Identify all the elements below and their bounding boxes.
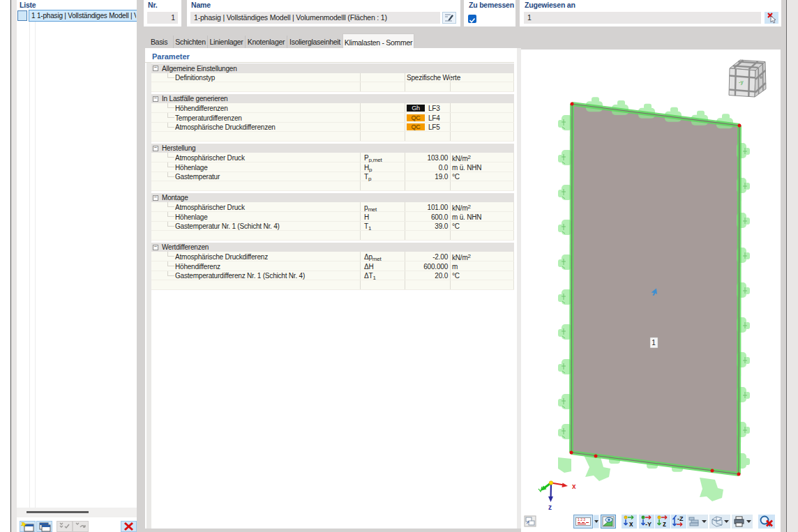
svg-text:x: x	[629, 520, 633, 528]
svg-text:1: 1	[652, 339, 656, 347]
svg-text:-y: -y	[739, 79, 744, 85]
svg-text:-Z: -Z	[677, 515, 684, 522]
svg-text:1 2 3: 1 2 3	[578, 517, 585, 522]
svg-text:x: x	[572, 482, 576, 490]
svg-text:-Y: -Y	[645, 521, 652, 528]
svg-text:z: z	[548, 503, 552, 511]
svg-text:z: z	[663, 520, 666, 528]
